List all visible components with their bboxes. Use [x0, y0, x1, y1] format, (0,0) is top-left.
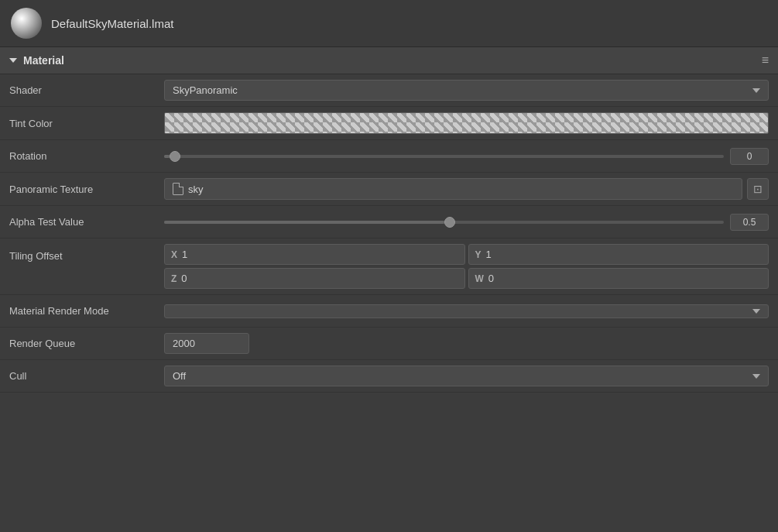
shader-dropdown[interactable]: SkyPanoramic	[164, 80, 769, 101]
rotation-row: Rotation 0	[0, 140, 778, 173]
tiling-zw-pair: Z 0 W 0	[164, 268, 769, 289]
material-render-mode-dropdown[interactable]	[164, 304, 769, 318]
header-title: DefaultSkyMaterial.lmat	[51, 17, 173, 30]
file-icon	[173, 183, 183, 195]
material-render-mode-control	[164, 304, 769, 318]
tiling-y-field[interactable]: Y 1	[468, 244, 769, 265]
material-render-mode-label: Material Render Mode	[9, 305, 164, 317]
alpha-test-row: Alpha Test Value 0.5	[0, 206, 778, 239]
rotation-slider-container: 0	[164, 148, 769, 165]
tiling-offset-row: Tiling Offset X 1 Y 1 Z 0 W 0	[0, 239, 778, 295]
tiling-x-field[interactable]: X 1	[164, 244, 465, 265]
y-axis-label: Y	[475, 249, 482, 260]
rotation-slider-track[interactable]	[164, 155, 724, 158]
alpha-test-control: 0.5	[164, 214, 769, 231]
z-axis-label: Z	[171, 273, 177, 284]
rotation-label: Rotation	[9, 150, 164, 162]
texture-pick-button[interactable]: ⊡	[747, 178, 769, 200]
panoramic-texture-field[interactable]: sky	[164, 178, 742, 200]
cull-value: Off	[173, 370, 186, 382]
tint-color-label: Tint Color	[9, 118, 164, 129]
cull-row: Cull Off	[0, 360, 778, 393]
render-queue-input[interactable]	[164, 333, 249, 354]
x-axis-label: X	[171, 249, 177, 260]
material-sphere-icon	[11, 8, 42, 39]
section-title: Material	[23, 54, 64, 67]
tiling-z-field[interactable]: Z 0	[164, 268, 465, 289]
cull-dropdown-arrow-icon	[752, 374, 760, 379]
cull-label: Cull	[9, 370, 164, 382]
render-queue-control	[164, 333, 769, 354]
shader-dropdown-arrow-icon	[752, 88, 760, 93]
section-chevron-icon	[9, 58, 17, 63]
panoramic-texture-row: Panoramic Texture sky ⊡	[0, 173, 778, 206]
cull-control: Off	[164, 366, 769, 386]
cull-dropdown[interactable]: Off	[164, 366, 769, 386]
rotation-control: 0	[164, 148, 769, 165]
pick-icon: ⊡	[753, 183, 763, 195]
tiling-xy-pair: X 1 Y 1	[164, 244, 769, 265]
tiling-w-field[interactable]: W 0	[468, 268, 769, 289]
alpha-test-slider-track[interactable]	[164, 221, 724, 224]
tint-color-picker[interactable]	[164, 112, 769, 134]
rotation-slider-thumb[interactable]	[170, 151, 180, 162]
material-render-mode-arrow-icon	[752, 309, 760, 314]
tiling-offset-label: Tiling Offset	[9, 244, 164, 262]
tiling-w-value: 0	[488, 273, 494, 284]
panoramic-texture-label: Panoramic Texture	[9, 184, 164, 195]
rotation-slider-fill	[164, 155, 170, 158]
tiling-z-value: 0	[181, 273, 187, 284]
shader-value: SkyPanoramic	[173, 84, 238, 96]
alpha-test-slider-thumb[interactable]	[444, 217, 455, 228]
section-menu-icon[interactable]: ≡	[762, 53, 769, 67]
alpha-test-value[interactable]: 0.5	[730, 214, 769, 231]
panoramic-texture-control: sky ⊡	[164, 178, 769, 200]
tiling-x-value: 1	[182, 249, 187, 260]
alpha-test-label: Alpha Test Value	[9, 216, 164, 228]
header: DefaultSkyMaterial.lmat	[0, 0, 778, 47]
tint-color-control	[164, 112, 769, 134]
shader-label: Shader	[9, 84, 164, 96]
tint-color-row: Tint Color	[0, 107, 778, 140]
render-queue-row: Render Queue	[0, 328, 778, 360]
tiling-y-value: 1	[486, 249, 492, 260]
panoramic-texture-value: sky	[188, 184, 204, 195]
alpha-test-slider-fill	[164, 221, 444, 224]
material-section-header[interactable]: Material ≡	[0, 47, 778, 74]
rotation-value[interactable]: 0	[730, 148, 769, 165]
tiling-offset-controls: X 1 Y 1 Z 0 W 0	[164, 244, 769, 289]
alpha-test-slider-container: 0.5	[164, 214, 769, 231]
material-render-mode-row: Material Render Mode	[0, 295, 778, 328]
material-content: Shader SkyPanoramic Tint Color Rotation …	[0, 74, 778, 393]
shader-control: SkyPanoramic	[164, 80, 769, 101]
w-axis-label: W	[475, 273, 484, 284]
shader-row: Shader SkyPanoramic	[0, 74, 778, 107]
render-queue-label: Render Queue	[9, 338, 164, 349]
section-header-left: Material	[9, 54, 64, 67]
